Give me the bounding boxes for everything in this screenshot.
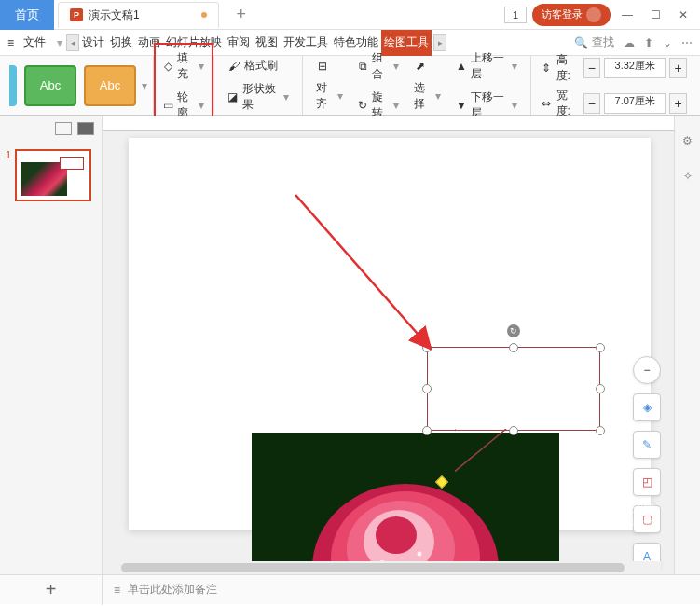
format-painter-button[interactable]: 🖌 格式刷 bbox=[224, 56, 293, 76]
tab-transition[interactable]: 切换 bbox=[107, 30, 135, 56]
new-tab-button[interactable]: + bbox=[228, 2, 254, 28]
callout-shape[interactable] bbox=[427, 347, 600, 431]
frame-icon: ▢ bbox=[642, 513, 652, 526]
settings-caret-icon[interactable]: ⌄ bbox=[663, 36, 672, 49]
cloud-upload-icon[interactable]: ⬆ bbox=[644, 36, 653, 49]
resize-handle-s[interactable] bbox=[509, 426, 518, 435]
chevron-down-icon: ▾ bbox=[393, 99, 399, 112]
slide-thumbnail-1[interactable]: 1 bbox=[0, 142, 102, 209]
shape-style-group: Abc Abc ▾ bbox=[4, 56, 154, 115]
resize-handle-nw[interactable] bbox=[422, 343, 432, 352]
bring-forward-button[interactable]: ▲ 上移一层 ▾ bbox=[452, 48, 521, 84]
right-rail: ⚙ ✧ bbox=[674, 116, 700, 574]
chevron-down-icon: ▾ bbox=[199, 99, 204, 112]
rotate-handle[interactable]: ↻ bbox=[507, 324, 520, 337]
width-control: ⇔ 宽度: − 7.07厘米 + bbox=[541, 88, 687, 119]
align-icon: ⊟ bbox=[316, 60, 329, 73]
nav-prev-button[interactable]: ◂ bbox=[66, 34, 79, 51]
file-menu[interactable]: 文件 bbox=[20, 34, 49, 50]
settings-rail-icon[interactable]: ⚙ bbox=[682, 134, 693, 147]
align-button[interactable]: 对齐 ▾ bbox=[312, 78, 347, 114]
tab-view[interactable]: 视图 bbox=[253, 30, 281, 56]
chevron-down-icon: ▾ bbox=[199, 60, 204, 73]
thumb-callout bbox=[60, 157, 84, 170]
svg-point-4 bbox=[376, 516, 417, 554]
shape-effect-button[interactable]: ◪ 形状效果 ▾ bbox=[224, 79, 293, 115]
search-label: 查找 bbox=[592, 34, 614, 50]
height-input[interactable]: 3.32厘米 bbox=[604, 58, 666, 78]
frame-tool-button[interactable]: ▢ bbox=[633, 505, 661, 533]
crop-tool-button[interactable]: ◰ bbox=[633, 468, 661, 496]
fill-button[interactable]: ◇ 填充 ▾ bbox=[159, 48, 208, 84]
tab-developer[interactable]: 开发工具 bbox=[281, 30, 331, 56]
group-label: 组合 bbox=[372, 50, 390, 82]
resize-handle-e[interactable] bbox=[596, 384, 605, 393]
height-increase-button[interactable]: + bbox=[669, 58, 687, 78]
more-icon[interactable]: ⋯ bbox=[681, 36, 693, 49]
svg-line-11 bbox=[455, 429, 506, 483]
search-icon: 🔍 bbox=[574, 36, 588, 49]
login-button[interactable]: 访客登录 bbox=[532, 4, 611, 26]
height-icon: ⇕ bbox=[541, 62, 553, 75]
floating-tools: − ◈ ✎ ◰ ▢ A bbox=[633, 356, 661, 571]
align-label: 对齐 bbox=[316, 80, 334, 112]
collapse-tools-button[interactable]: − bbox=[633, 356, 661, 384]
fill-icon: ◇ bbox=[163, 60, 173, 73]
minimize-button[interactable]: — bbox=[616, 4, 638, 26]
cloud-sync-icon[interactable]: ☁ bbox=[624, 36, 635, 49]
page-indicator[interactable]: 1 bbox=[504, 7, 527, 23]
style-more-icon[interactable]: ▾ bbox=[142, 79, 147, 92]
select-button[interactable]: 选择 ▾ bbox=[410, 78, 445, 114]
hamburger-icon[interactable]: ≡ bbox=[7, 36, 14, 49]
titlebar: 首页 P 演示文稿1 + 1 访客登录 — ☐ ✕ bbox=[0, 0, 700, 30]
file-dropdown-icon[interactable]: ▾ bbox=[57, 36, 62, 49]
width-input[interactable]: 7.07厘米 bbox=[604, 93, 666, 114]
notes-area[interactable]: ≡ 单击此处添加备注 bbox=[103, 582, 700, 598]
horizontal-scrollbar[interactable] bbox=[103, 561, 661, 574]
resize-handle-n[interactable] bbox=[509, 343, 518, 352]
resize-handle-se[interactable] bbox=[596, 426, 605, 435]
unsaved-dot-icon bbox=[201, 12, 207, 18]
shape-effect-icon: ◪ bbox=[227, 90, 239, 103]
canvas-area[interactable]: ↻ − ◈ ✎ ◰ ▢ A Baidu经验 jingyan.ba bbox=[103, 116, 674, 574]
select-icon: ⬈ bbox=[414, 60, 427, 73]
notes-placeholder: 单击此处添加备注 bbox=[128, 582, 217, 598]
outline-icon: ▭ bbox=[163, 99, 173, 112]
align-icon-button[interactable]: ⊟ bbox=[312, 58, 347, 75]
height-label: 高度: bbox=[556, 52, 580, 84]
chevron-down-icon: ▾ bbox=[283, 90, 289, 103]
document-tab-label: 演示文稿1 bbox=[89, 7, 140, 23]
home-tab[interactable]: 首页 bbox=[0, 0, 54, 30]
document-tab[interactable]: P 演示文稿1 bbox=[58, 2, 219, 28]
outline-view-toggle[interactable] bbox=[55, 122, 72, 135]
close-button[interactable]: ✕ bbox=[672, 4, 694, 26]
tab-design[interactable]: 设计 bbox=[79, 30, 107, 56]
height-decrease-button[interactable]: − bbox=[583, 58, 601, 78]
select-icon-button[interactable]: ⬈ bbox=[410, 58, 445, 75]
nav-next-button[interactable]: ▸ bbox=[433, 34, 446, 51]
shape-style-green[interactable]: Abc bbox=[24, 65, 76, 106]
chevron-down-icon: ▾ bbox=[337, 90, 343, 103]
scroll-thumb[interactable] bbox=[121, 563, 625, 572]
width-decrease-button[interactable]: − bbox=[583, 93, 601, 114]
style-prev-peek[interactable] bbox=[9, 65, 17, 106]
maximize-button[interactable]: ☐ bbox=[644, 4, 666, 26]
format-painter-label: 格式刷 bbox=[244, 58, 278, 74]
tab-review[interactable]: 审阅 bbox=[225, 30, 253, 56]
layers-tool-button[interactable]: ◈ bbox=[633, 393, 661, 421]
vertical-scrollbar[interactable] bbox=[661, 131, 674, 559]
shape-style-orange[interactable]: Abc bbox=[84, 65, 136, 106]
resize-handle-ne[interactable] bbox=[596, 343, 605, 352]
group-button[interactable]: ⧉ 组合 ▾ bbox=[354, 48, 404, 84]
resize-handle-w[interactable] bbox=[422, 384, 432, 393]
horizontal-ruler bbox=[103, 116, 674, 131]
add-slide-button[interactable]: + bbox=[0, 575, 103, 605]
search-box[interactable]: 🔍 查找 bbox=[574, 34, 614, 50]
select-label: 选择 bbox=[414, 80, 432, 112]
width-increase-button[interactable]: + bbox=[669, 93, 687, 114]
height-control: ⇕ 高度: − 3.32厘米 + bbox=[541, 52, 687, 84]
pen-tool-button[interactable]: ✎ bbox=[633, 431, 661, 459]
thumbnail-view-toggle[interactable] bbox=[77, 122, 94, 135]
star-rail-icon[interactable]: ✧ bbox=[683, 170, 693, 183]
resize-handle-sw[interactable] bbox=[422, 426, 432, 435]
